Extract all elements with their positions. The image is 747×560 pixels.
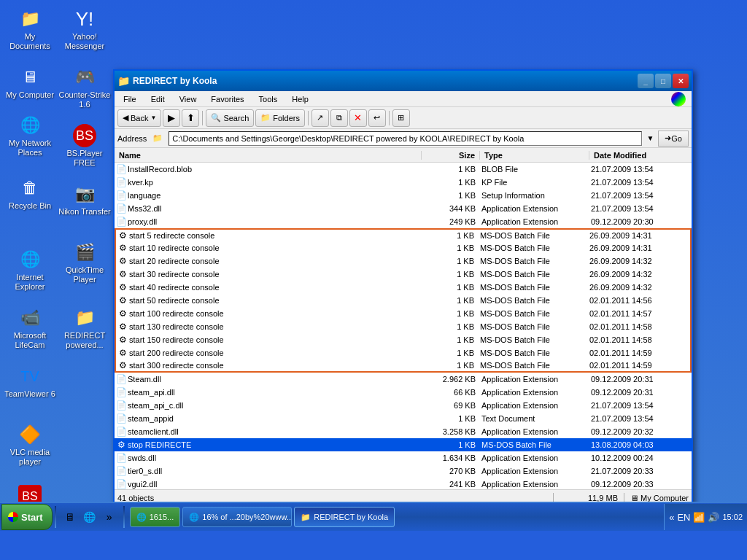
file-size: 270 KB	[422, 467, 480, 475]
taskbar-task-redirect[interactable]: 📁 REDIRECT by Koola	[294, 507, 395, 527]
move-button[interactable]: ↗	[311, 109, 329, 127]
file-name: swds.dll	[128, 454, 422, 462]
desktop-icon-redirect[interactable]: 📁 REDIRECT powered...	[58, 306, 111, 350]
ql-ie[interactable]: 🌐	[81, 508, 98, 526]
taskbar: Start 🖥 🌐 » 🌐 1615... 🌐 16% of ...20by%2…	[0, 502, 747, 531]
table-row[interactable]: ⚙start 200 redirecte console1 KBMS-DOS B…	[115, 346, 692, 359]
table-row[interactable]: ⚙start 300 redirecte console1 KBMS-DOS B…	[115, 359, 692, 373]
desktop-icon-vlc[interactable]: 🔶 VLC media player	[4, 423, 56, 467]
search-button[interactable]: 🔍 Search	[206, 109, 254, 127]
taskbar-task-1615[interactable]: 🌐 1615...	[130, 507, 181, 527]
back-button[interactable]: ◀ Back ▼	[117, 109, 161, 127]
views-button[interactable]: ⊞	[392, 109, 410, 127]
menu-view[interactable]: View	[174, 93, 203, 105]
file-size: 1 KB	[420, 296, 479, 305]
table-row[interactable]: 📄kver.kp1 KBKP File21.07.2009 13:54	[115, 176, 692, 189]
file-list[interactable]: 📄InstallRecord.blob1 KBBLOB File21.07.20…	[115, 163, 692, 489]
start-button[interactable]: Start	[1, 504, 53, 530]
table-row[interactable]: 📄vgui2.dll241 KBApplication Extension09.…	[115, 478, 692, 489]
table-row[interactable]: ⚙start 5 redirecte console1 KBMS-DOS Bat…	[115, 228, 692, 241]
desktop-icon-nikon-transfer[interactable]: 📷 Nikon Transfer	[58, 182, 111, 217]
menu-file[interactable]: File	[117, 93, 142, 105]
file-type: Application Extension	[480, 388, 589, 397]
menu-tools[interactable]: Tools	[253, 93, 284, 105]
ql-show-desktop[interactable]: 🖥	[61, 508, 79, 526]
table-row[interactable]: ⚙stop REDIRECTE1 KBMS-DOS Batch File13.0…	[115, 438, 692, 451]
quicktime-icon: 🎬	[73, 241, 96, 264]
menu-help[interactable]: Help	[286, 93, 314, 105]
file-size: 69 KB	[422, 401, 480, 410]
close-button[interactable]: ✕	[673, 74, 689, 88]
tray-expand-icon[interactable]: «	[669, 512, 674, 523]
address-input[interactable]: C:\Documents and Settings\George\Desktop…	[169, 131, 642, 146]
desktop-icon-internet-explorer[interactable]: 🌐 Internet Explorer	[4, 248, 56, 292]
table-row[interactable]: ⚙start 30 redirecte console1 KBMS-DOS Ba…	[115, 268, 692, 281]
desktop-icon-teamviewer[interactable]: TV TeamViewer 6	[4, 365, 56, 399]
file-date: 09.12.2009 20:30	[589, 217, 692, 226]
table-row[interactable]: 📄language1 KBSetup Information21.07.2009…	[115, 189, 692, 202]
maximize-button[interactable]: □	[655, 74, 671, 88]
file-icon: 📄	[115, 190, 128, 201]
ql-arrow[interactable]: »	[101, 508, 118, 526]
go-button[interactable]: ➜ Go	[658, 131, 689, 147]
table-row[interactable]: 📄steam_api.dll66 KBApplication Extension…	[115, 386, 692, 399]
desktop-icon-network-places[interactable]: 🌐 My Network Places	[4, 114, 56, 158]
table-row[interactable]: ⚙start 20 redirecte console1 KBMS-DOS Ba…	[115, 254, 692, 268]
file-name: language	[128, 191, 422, 200]
desktop-icon-yahoo-messenger[interactable]: Y! Yahoo! Messenger	[58, 7, 111, 51]
file-type: MS-DOS Batch File	[479, 270, 588, 279]
delete-button[interactable]: ✕	[349, 109, 367, 127]
tray-volume-icon[interactable]: 🔊	[708, 512, 719, 523]
minimize-button[interactable]: _	[638, 74, 654, 88]
copy-button[interactable]: ⧉	[330, 109, 348, 127]
menu-edit[interactable]: Edit	[145, 93, 171, 105]
table-row[interactable]: ⚙start 150 redirecte console1 KBMS-DOS B…	[115, 333, 692, 346]
address-folder-icon: 📁	[152, 133, 163, 143]
undo-button[interactable]: ↩	[368, 109, 386, 127]
table-row[interactable]: 📄Mss32.dll344 KBApplication Extension21.…	[115, 202, 692, 215]
desktop-icon-my-documents[interactable]: 📁 My Documents	[4, 7, 56, 51]
table-row[interactable]: 📄Steam.dll2.962 KBApplication Extension0…	[115, 373, 692, 386]
table-row[interactable]: 📄steam_api_c.dll69 KBApplication Extensi…	[115, 399, 692, 412]
up-button[interactable]: ⬆	[182, 109, 199, 127]
desktop-icon-my-computer[interactable]: 🖥 My Computer	[4, 66, 56, 100]
desktop-icon-quicktime-player[interactable]: 🎬 QuickTime Player	[58, 241, 111, 284]
column-type[interactable]: Type	[480, 151, 589, 160]
column-size[interactable]: Size	[422, 151, 480, 160]
counter-strike-icon: 🎮	[73, 66, 96, 89]
taskbar-task-ie-download[interactable]: 🌐 16% of ...20by%20www...	[182, 507, 292, 527]
desktop-icon-bsplayer-free[interactable]: BS BS.Player FREE	[58, 124, 111, 168]
table-row[interactable]: 📄InstallRecord.blob1 KBBLOB File21.07.20…	[115, 163, 692, 176]
tray-lang[interactable]: EN	[677, 512, 690, 523]
table-row[interactable]: 📄steam_appid1 KBText Document21.07.2009 …	[115, 412, 692, 425]
folders-button[interactable]: 📁 Folders	[255, 109, 305, 127]
table-row[interactable]: ⚙start 100 redirecte console1 KBMS-DOS B…	[115, 307, 692, 320]
file-date: 21.07.2009 20:33	[589, 467, 692, 475]
window-title-icon: 📁	[117, 75, 130, 87]
file-icon: ⚙	[116, 230, 129, 241]
desktop-icon-counter-strike[interactable]: 🎮 Counter-Strike 1.6	[58, 66, 111, 109]
file-type: BLOB File	[480, 165, 589, 174]
file-name: vgui2.dll	[128, 480, 422, 489]
column-name[interactable]: Name	[115, 151, 422, 160]
table-row[interactable]: 📄swds.dll1.634 KBApplication Extension10…	[115, 451, 692, 464]
table-row[interactable]: 📄steamclient.dll3.258 KBApplication Exte…	[115, 425, 692, 438]
desktop-icon-recycle-bin[interactable]: 🗑 Recycle Bin	[4, 176, 56, 211]
table-row[interactable]: 📄proxy.dll249 KBApplication Extension09.…	[115, 215, 692, 228]
forward-button[interactable]: ▶	[163, 109, 180, 127]
file-type: MS-DOS Batch File	[479, 283, 588, 292]
table-row[interactable]: ⚙start 130 redirecte console1 KBMS-DOS B…	[115, 320, 692, 333]
table-row[interactable]: ⚙start 50 redirecte console1 KBMS-DOS Ba…	[115, 294, 692, 307]
table-row[interactable]: ⚙start 40 redirecte console1 KBMS-DOS Ba…	[115, 281, 692, 294]
address-dropdown-icon[interactable]: ▼	[646, 134, 654, 142]
menu-favorites[interactable]: Favorites	[205, 93, 249, 105]
file-name: start 100 redirecte console	[129, 309, 420, 318]
file-size: 1 KB	[420, 257, 479, 265]
tray-network-icon[interactable]: 📶	[693, 512, 705, 523]
table-row[interactable]: ⚙start 10 redirecte console1 KBMS-DOS Ba…	[115, 241, 692, 254]
desktop-icon-ms-lifecam[interactable]: 📹 Microsoft LifeCam	[4, 306, 56, 350]
column-date[interactable]: Date Modified	[589, 151, 692, 160]
table-row[interactable]: 📄tier0_s.dll270 KBApplication Extension2…	[115, 464, 692, 478]
file-date: 02.01.2011 14:58	[588, 335, 690, 344]
file-date: 09.12.2009 20:31	[589, 388, 692, 397]
